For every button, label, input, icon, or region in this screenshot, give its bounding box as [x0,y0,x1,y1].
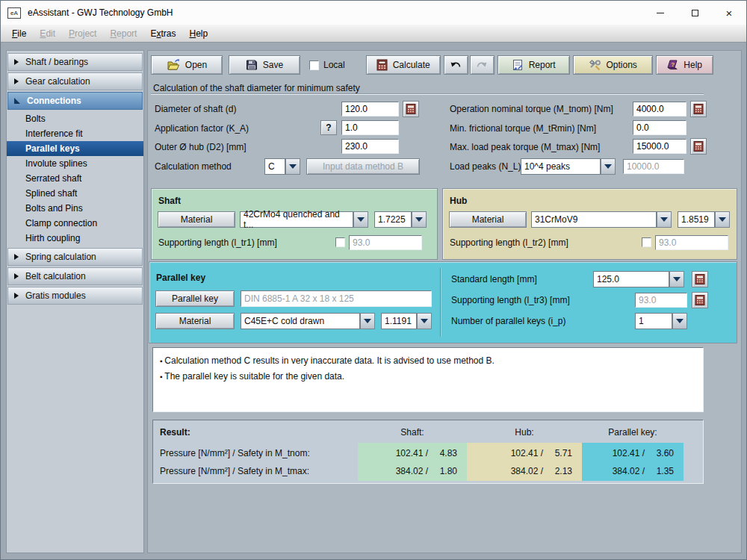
chevron-down-icon [657,211,672,228]
key-count-select[interactable]: 1 [635,313,687,329]
hub-pressure-mtnom: 102.41 / [467,448,543,458]
hub-pressure-mtmax: 384.02 / [467,466,543,476]
shaft-safety-mtnom: 4.83 [428,448,467,458]
peak-torque-input[interactable] [633,139,686,154]
load-peaks-value-input [623,159,684,174]
standard-length-calc-button[interactable] [692,271,708,287]
status-line: Calculation of the shaft diameter for mi… [153,83,360,93]
help-button[interactable]: ? Help [656,55,713,75]
diameter-calc-button[interactable] [403,101,419,117]
parallel-key-panel-title: Parallel key [156,273,205,283]
key-safety-mtnom: 3.60 [645,448,684,458]
close-button[interactable]: × [712,1,746,25]
sidebar-item-gratis-modules[interactable]: Gratis modules [7,287,143,305]
menu-help[interactable]: Help [182,26,214,41]
results-row-label: Pressure [N/mm²] / Safety in M_tmax: [153,466,358,476]
shaft-safety-mtmax: 1.80 [428,466,467,476]
hub-supporting-length-input [655,235,728,250]
sidebar-item-gear-calculation[interactable]: Gear calculation [7,72,143,90]
sidebar-item-hirth-coupling[interactable]: Hirth coupling [7,231,143,246]
save-button[interactable]: Save [229,55,300,75]
sidebar-item-belt-calculation[interactable]: Belt calculation [7,267,143,285]
nominal-torque-calc-button[interactable] [690,101,707,117]
application-factor-input[interactable] [341,120,399,135]
options-button[interactable]: Options [573,55,653,75]
sidebar-item-bolts-and-pins[interactable]: Bolts and Pins [7,201,143,216]
hub-panel-title: Hub [450,196,467,206]
results-header-key: Parallel key: [582,427,684,438]
load-peaks-select[interactable]: 10^4 peaks [521,158,616,175]
sidebar-item-spring-calculation[interactable]: Spring calculation [7,248,143,266]
sidebar: Shaft / bearings Gear calculation Connec… [6,50,144,553]
report-button[interactable]: Report [498,55,570,75]
menu-edit: Edit [33,26,62,41]
standard-length-select[interactable]: 125.0 [593,271,684,287]
undo-button[interactable] [444,55,468,75]
sidebar-item-splined-shaft[interactable]: Splined shaft [7,186,143,201]
minimize-button[interactable] [643,1,678,25]
app-window: eA eAssistant - GWJ Technology GmbH × Fi… [0,0,747,560]
menu-file[interactable]: File [5,26,33,41]
key-material-number-select[interactable]: 1.1191 [381,313,432,329]
nominal-torque-input[interactable] [633,102,686,116]
redo-button [470,55,495,75]
hub-panel: Hub Material 31CrMoV9 1.8519 Supporting … [442,188,737,260]
key-supporting-length-calc-button[interactable] [692,292,708,308]
shaft-material-select[interactable]: 42CrMo4 quenched and t... [240,211,368,228]
sidebar-item-bolts[interactable]: Bolts [7,111,143,126]
results-row-mtmax: Pressure [N/mm²] / Safety in M_tmax: 384… [153,463,703,479]
panel-divider [440,268,441,337]
sidebar-item-serrated-shaft[interactable]: Serrated shaft [7,171,143,186]
chevron-down-icon [715,211,730,228]
key-material-button[interactable]: Material [155,313,235,329]
chevron-right-icon [14,78,19,84]
sidebar-item-shaft-bearings[interactable]: Shaft / bearings [7,53,143,71]
peak-torque-calc-button[interactable] [690,138,707,155]
help-book-icon: ? [666,59,678,71]
shaft-pressure-mtnom: 102.41 / [358,448,428,458]
open-button[interactable]: Open [151,55,223,75]
shaft-supporting-length-input [349,235,422,250]
chevron-down-icon [417,313,432,329]
nominal-torque-label: Operation nominal torque (M_tnom) [Nm] [450,104,613,114]
parallel-key-button[interactable]: Parallel key [155,290,235,307]
sidebar-item-involute-splines[interactable]: Involute splines [7,156,143,171]
calculation-method-select[interactable]: C [264,158,300,175]
results-panel: Result: Shaft: Hub: Parallel key: Pressu… [152,420,704,484]
hub-material-button[interactable]: Material [449,211,527,228]
hub-safety-mtnom: 5.71 [543,448,582,458]
shaft-material-button[interactable]: Material [158,211,235,228]
local-checkbox[interactable] [309,60,319,70]
chevron-right-icon [14,273,19,279]
frictional-torque-label: Min. frictional torque (M_tRmin) [Nm] [450,123,596,134]
diameter-label: Diameter of shaft (d) [155,104,236,114]
menu-project: Project [62,26,103,41]
shaft-material-number-select[interactable]: 1.7225 [374,211,427,228]
calculator-icon [693,141,704,152]
shaft-supporting-length-checkbox[interactable] [335,237,345,247]
hub-supporting-length-label: Supporting length (l_tr2) [mm] [450,237,568,248]
key-pressure-mtmax: 384.02 / [582,466,645,476]
shaft-supporting-length-label: Supporting length (l_tr1) [mm] [158,237,277,248]
menu-extras[interactable]: Extras [143,26,182,41]
sidebar-item-parallel-keys[interactable]: Parallel keys [7,141,143,156]
calculation-method-label: Calculation method [155,161,232,172]
hub-material-number-select[interactable]: 1.8519 [678,211,730,228]
key-material-select[interactable]: C45E+C cold drawn [241,313,375,329]
outer-hub-diameter-input[interactable] [341,139,399,154]
frictional-torque-input[interactable] [633,120,686,135]
calculate-button[interactable]: Calculate [366,55,441,75]
chevron-right-icon [14,254,19,260]
open-folder-icon [167,59,180,71]
diameter-input[interactable] [341,102,399,116]
hub-material-select[interactable]: 31CrMoV9 [531,211,672,228]
sidebar-item-interference-fit[interactable]: Interference fit [7,126,143,141]
input-data-method-b-button: Input data method B [306,158,420,175]
hub-supporting-length-checkbox[interactable] [642,237,651,247]
sidebar-item-connections[interactable]: Connections [7,92,143,110]
maximize-button[interactable] [678,1,712,25]
sidebar-item-clamp-connection[interactable]: Clamp connection [7,216,143,231]
application-factor-help-button[interactable]: ? [320,120,337,135]
load-peaks-label: Load peaks (N_L) [450,161,521,172]
chevron-down-icon [360,313,375,329]
